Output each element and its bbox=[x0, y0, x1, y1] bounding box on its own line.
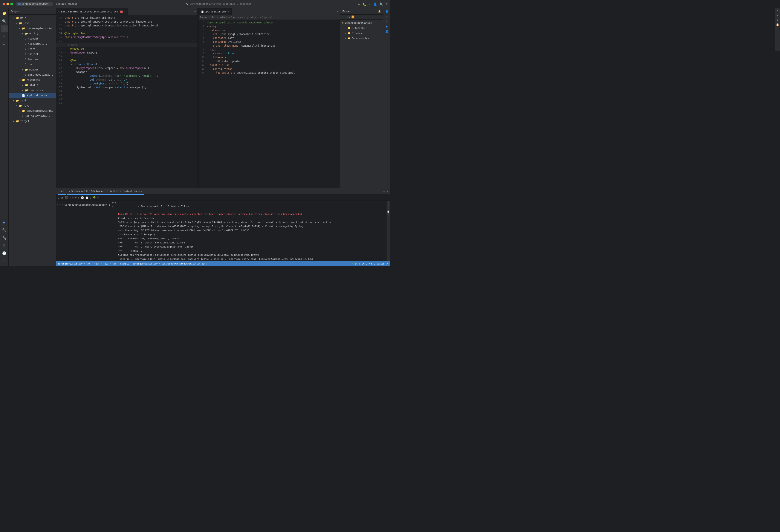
bottom-minimize-icon[interactable]: — bbox=[387, 190, 388, 193]
right-icon-1[interactable]: 👤 bbox=[385, 10, 389, 13]
tree-item-test[interactable]: ▾ 📁 test bbox=[9, 98, 56, 103]
minimize-button[interactable] bbox=[6, 3, 9, 5]
tree-item-test-com-example[interactable]: ▾ 📁 com.example.sprin... bbox=[9, 108, 56, 113]
activity-debug-icon[interactable]: 🔧 bbox=[1, 234, 8, 241]
tree-item-accountdata[interactable]: C AccountData... bbox=[9, 41, 56, 46]
scroll-down-icon[interactable]: ▼ bbox=[388, 204, 389, 206]
scroll-up-icon[interactable]: ▲ bbox=[388, 201, 389, 203]
test-suite-item[interactable]: ▾ ▾ ✓ SpringBootDataStudyApplicationTe 3… bbox=[56, 201, 116, 208]
maven-refresh-icon[interactable]: ↻ bbox=[342, 15, 343, 18]
toolbar-refresh-icon[interactable]: ↻ bbox=[58, 196, 59, 199]
run-icon[interactable]: ▶ bbox=[358, 2, 360, 6]
activity-search-icon[interactable]: 🔍 bbox=[1, 17, 8, 25]
right-editor-content[interactable]: 1 #spring.application.name=SpringBootDat… bbox=[199, 20, 340, 188]
activity-build-icon[interactable]: 🔨 bbox=[1, 227, 8, 233]
tree-item-account[interactable]: C Account bbox=[9, 36, 56, 41]
toolbar-clock-icon[interactable]: 🕐 bbox=[81, 196, 84, 199]
tree-item-main[interactable]: ▾ 📁 main bbox=[9, 15, 56, 20]
tab-yaml[interactable]: 📄 application.yml ✕ bbox=[199, 8, 232, 15]
tab-java-tests[interactable]: C SpringBootDataStudyApplicationTests.ja… bbox=[56, 8, 128, 15]
bottom-more-icon[interactable]: ⋯ bbox=[384, 190, 385, 193]
tree-item-subject[interactable]: C Subject bbox=[9, 52, 56, 57]
copy-icon[interactable]: 📋 bbox=[387, 210, 390, 213]
tab-close-bottom-icon[interactable]: ✕ bbox=[141, 190, 142, 193]
console-output[interactable]: ✓ Tests passed: 1 of 1 test — 317 ms Ope… bbox=[116, 201, 387, 261]
tree-item-target[interactable]: ▸ 📁 target bbox=[9, 118, 56, 124]
tree-item-templates[interactable]: ▸ 📁 templates bbox=[9, 88, 56, 93]
close-button[interactable] bbox=[3, 3, 5, 5]
search-icon[interactable]: 🔍 bbox=[380, 2, 383, 6]
maven-tree[interactable]: m SpringBootDataStudy ▸ 📁 Lifecycle ▸ 📁 … bbox=[340, 19, 383, 188]
status-position[interactable]: 14:5 bbox=[355, 262, 360, 265]
activity-folder-icon[interactable]: 📁 bbox=[1, 10, 8, 17]
tree-item-springbootdata-mapper[interactable]: I SpringBootData... bbox=[9, 72, 56, 77]
trash-icon[interactable]: 🗑 bbox=[387, 213, 389, 215]
toolbar-sort-icon[interactable]: ↕ bbox=[78, 196, 79, 199]
right-icon-4[interactable]: ● bbox=[386, 25, 388, 28]
tree-item-java[interactable]: ▾ 📁 java bbox=[9, 20, 56, 26]
tree-item-teacher[interactable]: C Teacher bbox=[9, 57, 56, 62]
toolbar-settings-icon[interactable]: ⚙ bbox=[90, 196, 91, 199]
debug-icon[interactable]: 🐛 bbox=[362, 2, 366, 6]
settings-icon[interactable]: ⚙ bbox=[386, 2, 387, 6]
bottom-tab-run[interactable]: Run bbox=[58, 188, 66, 195]
activity-time-icon[interactable]: 🕐 bbox=[1, 250, 8, 256]
tree-item-score[interactable]: C Score bbox=[9, 46, 56, 52]
maven-skip-icon[interactable]: ⏩ bbox=[351, 15, 354, 18]
toolbar-more2-icon[interactable]: ⋯ bbox=[97, 196, 99, 199]
tree-item-com-example[interactable]: ▾ 📁 com.example.sprin... bbox=[9, 26, 56, 31]
version-control-button[interactable]: Version control ▾ bbox=[54, 2, 82, 6]
activity-more-icon[interactable]: ⋯ bbox=[1, 41, 8, 48]
tree-item-user[interactable]: C User bbox=[9, 62, 56, 67]
status-indent[interactable]: 2 spaces bbox=[374, 262, 384, 265]
maven-item-project[interactable]: m SpringBootDataStudy bbox=[340, 20, 383, 26]
console-scrollbar[interactable]: ▲ ▼ ↩ 📋 🗑 bbox=[387, 201, 390, 261]
maven-download-icon[interactable]: ⬇ bbox=[344, 15, 345, 18]
tab-yaml-close-icon[interactable]: ✕ bbox=[228, 10, 229, 13]
tree-item-test-java[interactable]: ▾ 📁 java bbox=[9, 103, 56, 108]
right-icon-2[interactable]: m bbox=[386, 15, 388, 18]
tree-item-resources[interactable]: ▾ 📁 resources bbox=[9, 77, 56, 83]
editor-more-icon[interactable]: ⋯ bbox=[192, 10, 197, 13]
maven-item-dependencies[interactable]: ▸ 📁 Dependencies bbox=[340, 36, 383, 41]
maximize-button[interactable] bbox=[10, 3, 13, 5]
more-icon[interactable]: ⋯ bbox=[369, 2, 371, 6]
yaml-editor-more-icon[interactable]: ⋯ bbox=[335, 10, 340, 13]
tree-item-entity[interactable]: ▾ 📁 entity bbox=[9, 31, 56, 36]
wrap-icon[interactable]: ↩ bbox=[388, 207, 389, 210]
left-editor-content[interactable]: 10 import org.junit.jupiter.api.Test; 11… bbox=[56, 15, 197, 188]
toolbar-rerun-icon[interactable]: ↻↻ bbox=[60, 196, 63, 199]
toolbar-cancel-icon[interactable]: ✕ bbox=[72, 196, 74, 199]
status-expand-icon[interactable]: ⤢ bbox=[386, 262, 388, 265]
activity-git2-icon[interactable]: ⑂ bbox=[1, 257, 8, 264]
bottom-tab-contextloads[interactable]: ✓ SpringBootDataStudyApplicationTests.co… bbox=[67, 188, 144, 195]
tree-item-springbootdata-test[interactable]: C SpringBootData... bbox=[9, 113, 56, 118]
maven-more-icon[interactable]: ⋯ bbox=[355, 15, 357, 18]
maven-item-lifecycle[interactable]: ▸ 📁 Lifecycle bbox=[340, 26, 383, 31]
status-encoding[interactable]: UTF-8 bbox=[366, 262, 373, 265]
tab-close-icon[interactable]: ✕ bbox=[124, 10, 125, 13]
tree-item-static[interactable]: ▸ 📁 static bbox=[9, 83, 56, 88]
maven-run-icon[interactable]: ▶ bbox=[349, 15, 350, 18]
activity-run-icon[interactable]: ▶ bbox=[1, 219, 8, 226]
toolbar-log-icon[interactable]: 📋 bbox=[85, 196, 89, 199]
right-icon-5[interactable]: 👤 bbox=[385, 30, 389, 33]
right-icon-3[interactable]: ⚙ bbox=[386, 20, 388, 23]
maven-item-plugins[interactable]: ▸ 📁 Plugins bbox=[340, 31, 383, 36]
toolbar-tree-icon[interactable]: 🌳 bbox=[93, 196, 96, 199]
tree-item-mapper[interactable]: ▾ 📁 mapper bbox=[9, 67, 56, 72]
yaml-line-13: 13 configuration: bbox=[199, 67, 340, 71]
activity-database-icon[interactable]: 🗄 bbox=[1, 242, 8, 249]
project-switcher[interactable]: SB SpringBootDataStudy ▾ bbox=[16, 2, 53, 6]
toolbar-check-icon[interactable]: ✓ bbox=[69, 196, 71, 199]
project-tree[interactable]: ▾ 📁 main ▾ 📁 java ▾ 📁 com.example.sprin.… bbox=[9, 15, 56, 266]
tree-item-application-yml[interactable]: 📄 application.yml bbox=[9, 93, 56, 98]
activity-structure-icon[interactable]: ⚡ bbox=[1, 26, 8, 32]
toolbar-stop-icon[interactable]: ⬛ bbox=[65, 196, 68, 199]
profile-icon[interactable]: 👤 bbox=[373, 2, 377, 6]
toolbar-filter-icon[interactable]: ▼ bbox=[75, 196, 77, 199]
activity-git-icon[interactable]: ⑂ bbox=[1, 33, 8, 40]
maven-add-icon[interactable]: + bbox=[346, 15, 348, 18]
status-lf[interactable]: LF bbox=[361, 262, 364, 265]
maven-notifications-icon[interactable]: 🔔 bbox=[378, 10, 381, 13]
